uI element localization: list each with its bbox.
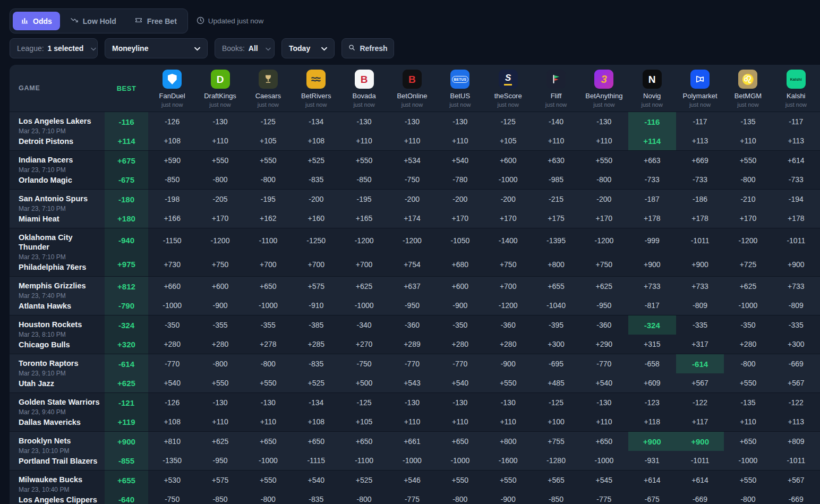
odds-value[interactable]: -1000	[388, 451, 436, 470]
odds-value[interactable]: +110	[580, 131, 628, 150]
odds-value[interactable]: -215	[532, 190, 580, 209]
odds-value[interactable]: -125	[532, 393, 580, 412]
odds-value[interactable]: +300	[532, 335, 580, 354]
game-cell[interactable]: Los Angeles LakersMar 23, 7:10 PMDetroit…	[10, 112, 105, 150]
game-cell[interactable]: Houston RocketsMar 23, 8:10 PMChicago Bu…	[10, 315, 105, 354]
odds-value[interactable]: +661	[388, 432, 436, 451]
odds-value[interactable]: +270	[340, 335, 388, 354]
odds-value[interactable]: +567	[676, 373, 724, 392]
odds-value[interactable]: -800	[340, 490, 388, 504]
odds-value[interactable]: +280	[196, 335, 244, 354]
odds-value[interactable]: +485	[532, 373, 580, 392]
odds-value[interactable]: +540	[436, 373, 484, 392]
odds-value[interactable]: +900	[676, 252, 724, 276]
book-column-header[interactable]: 3BetAnythingjust now	[580, 65, 628, 112]
book-column-header[interactable]: BBetOnlinejust now	[388, 65, 436, 112]
odds-value[interactable]: -360	[484, 315, 532, 335]
odds-value[interactable]: -195	[340, 190, 388, 209]
refresh-button[interactable]: Refresh	[341, 38, 394, 58]
odds-value[interactable]: -135	[724, 393, 772, 412]
game-cell[interactable]: Oklahoma City ThunderMar 23, 7:10 PMPhil…	[10, 228, 105, 276]
book-column-header[interactable]: DDraftKingsjust now	[196, 65, 244, 112]
odds-value[interactable]: -1200	[724, 228, 772, 252]
odds-value[interactable]: +700	[244, 252, 292, 276]
odds-value[interactable]: -360	[388, 315, 436, 335]
odds-value[interactable]: +178	[772, 209, 820, 228]
odds-value[interactable]: -999	[628, 228, 676, 252]
odds-value[interactable]: -800	[724, 354, 772, 373]
odds-value[interactable]: -1400	[484, 228, 532, 252]
odds-value[interactable]: +637	[388, 277, 436, 296]
odds-value[interactable]: +800	[532, 252, 580, 276]
odds-value[interactable]: +614	[676, 471, 724, 490]
odds-value[interactable]: +534	[388, 151, 436, 170]
odds-value[interactable]: -125	[484, 112, 532, 131]
odds-value[interactable]: -770	[148, 354, 196, 373]
odds-value[interactable]: +165	[340, 209, 388, 228]
books-filter[interactable]: Books: All	[215, 38, 275, 58]
odds-value[interactable]: -850	[196, 490, 244, 504]
odds-value[interactable]: -800	[244, 170, 292, 189]
odds-value[interactable]: -130	[196, 393, 244, 412]
odds-value[interactable]: +280	[436, 335, 484, 354]
book-column-header[interactable]: Polymarketjust now	[676, 65, 724, 112]
odds-value[interactable]: -210	[724, 190, 772, 209]
odds-value[interactable]: +900	[772, 252, 820, 276]
odds-value[interactable]: +178	[628, 209, 676, 228]
odds-value[interactable]: -1100	[340, 451, 388, 470]
odds-value[interactable]: +809	[772, 432, 820, 451]
odds-value[interactable]: +663	[628, 151, 676, 170]
odds-value[interactable]: -675	[628, 490, 676, 504]
odds-value[interactable]: +650	[340, 432, 388, 451]
odds-value[interactable]: +900	[628, 252, 676, 276]
odds-value[interactable]: -850	[148, 170, 196, 189]
odds-value[interactable]: +754	[388, 252, 436, 276]
odds-value[interactable]: +110	[484, 412, 532, 431]
odds-value[interactable]: +540	[436, 151, 484, 170]
odds-value[interactable]: +550	[196, 373, 244, 392]
odds-value[interactable]: +600	[436, 277, 484, 296]
odds-value[interactable]: -130	[484, 393, 532, 412]
book-column-header[interactable]: BBovadajust now	[340, 65, 388, 112]
odds-value[interactable]: -1200	[580, 228, 628, 252]
odds-value[interactable]: -126	[148, 112, 196, 131]
odds-value[interactable]: +543	[388, 373, 436, 392]
odds-value[interactable]: -770	[388, 354, 436, 373]
odds-value[interactable]: +285	[292, 335, 340, 354]
odds-value[interactable]: -1000	[436, 451, 484, 470]
odds-value[interactable]: -658	[628, 354, 676, 373]
odds-value[interactable]: +317	[676, 335, 724, 354]
odds-value[interactable]: +733	[628, 277, 676, 296]
odds-value[interactable]: -800	[724, 170, 772, 189]
tab-low-hold[interactable]: Low Hold	[62, 12, 124, 30]
odds-value[interactable]: +575	[196, 471, 244, 490]
odds-value[interactable]: +166	[148, 209, 196, 228]
odds-value[interactable]: +625	[580, 277, 628, 296]
game-cell[interactable]: Golden State WarriorsMar 23, 9:40 PMDall…	[10, 393, 105, 431]
odds-value[interactable]: +315	[628, 335, 676, 354]
odds-value[interactable]: +655	[532, 277, 580, 296]
odds-value[interactable]: +550	[244, 471, 292, 490]
odds-value[interactable]: +600	[196, 277, 244, 296]
odds-value[interactable]: +680	[436, 252, 484, 276]
odds-value[interactable]: -809	[676, 296, 724, 315]
book-column-header[interactable]: StheScorejust now	[484, 65, 532, 112]
odds-value[interactable]: -1150	[148, 228, 196, 252]
odds-value[interactable]: -1395	[532, 228, 580, 252]
odds-value[interactable]: -187	[628, 190, 676, 209]
odds-value[interactable]: +290	[580, 335, 628, 354]
odds-value[interactable]: +550	[436, 471, 484, 490]
odds-value[interactable]: +108	[148, 412, 196, 431]
odds-value[interactable]: -385	[292, 315, 340, 335]
odds-value[interactable]: -1200	[484, 296, 532, 315]
odds-value[interactable]: -350	[148, 315, 196, 335]
odds-value[interactable]: -335	[676, 315, 724, 335]
odds-value[interactable]: -770	[580, 354, 628, 373]
odds-value[interactable]: -800	[196, 170, 244, 189]
odds-value[interactable]: -669	[772, 490, 820, 504]
book-column-header[interactable]: BETUSBetUSjust now	[436, 65, 484, 112]
odds-value[interactable]: +550	[724, 373, 772, 392]
odds-value[interactable]: -695	[532, 354, 580, 373]
market-select[interactable]: Moneyline	[105, 38, 208, 58]
odds-value[interactable]: +755	[532, 432, 580, 451]
